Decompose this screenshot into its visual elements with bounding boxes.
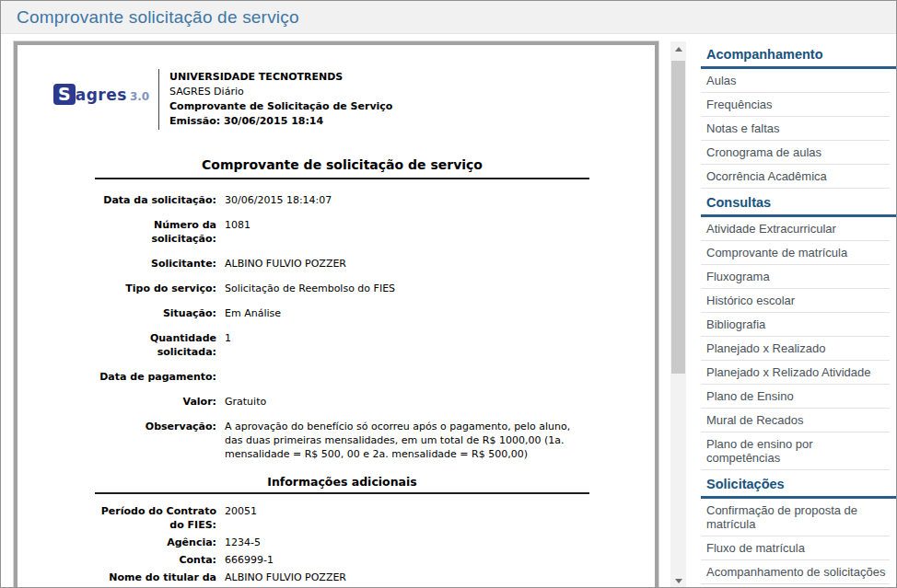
sidebar-item[interactable]: Acompanhamento de solicitações	[701, 560, 890, 584]
field-row: Agência:1234-5	[95, 534, 589, 551]
document-title: Comprovante de solicitação de serviço	[95, 157, 589, 172]
document-page: Sagres3.0 UNIVERSIDADE TECNOTRENDS SAGRE…	[14, 41, 658, 588]
field-label: Nome do titular da conta:	[95, 571, 216, 588]
scrollbar-thumb[interactable]	[671, 61, 685, 374]
field-label: Situação:	[95, 306, 216, 320]
app-window: Comprovante solicitação de serviço Sagre…	[0, 0, 897, 588]
document-content: Comprovante de solicitação de serviço Da…	[17, 157, 655, 588]
additional-fields: Período do Contrato do FIES:20051Agência…	[95, 502, 589, 588]
doc-type: Comprovante de Solicitação de Serviço	[169, 99, 392, 114]
field-value: ALBINO FULVIO POZZER	[225, 571, 589, 588]
field-row: Quantidade solicitada:1	[95, 326, 589, 364]
field-row: Tipo do serviço:Solicitação de Reembolso…	[95, 276, 589, 301]
field-row: Período do Contrato do FIES:20051	[95, 502, 589, 534]
sidebar-item[interactable]: Confirmação de proposta de matrícula	[701, 499, 890, 536]
header-divider	[158, 69, 159, 130]
field-row: Número da solicitação:1081	[95, 213, 589, 251]
field-label: Período do Contrato do FIES:	[95, 504, 216, 532]
arrow-down-icon	[675, 579, 682, 583]
additional-info-title: Informações adicionais	[95, 475, 589, 489]
field-row: Data de pagamento:	[95, 364, 589, 389]
org-block: UNIVERSIDADE TECNOTRENDS SAGRES Diário C…	[169, 69, 392, 129]
sagres-logo-initial: S	[53, 84, 76, 105]
scroll-down-button[interactable]	[670, 573, 686, 588]
field-value: ALBINO FULVIO POZZER	[225, 257, 589, 271]
field-value: Em Análise	[225, 306, 589, 320]
sidebar-item[interactable]: Frequências	[701, 93, 890, 117]
sidebar-item[interactable]: Demanda	[701, 584, 890, 588]
additional-info-rule	[95, 492, 589, 494]
org-name: UNIVERSIDADE TECNOTRENDS	[169, 70, 392, 85]
field-label: Data da solicitação:	[95, 193, 216, 207]
sidebar-item[interactable]: Plano de ensino por competências	[701, 432, 890, 470]
sidebar-section-title: Consultas	[701, 189, 897, 214]
field-row: Data da solicitação:30/06/2015 18:14:07	[95, 188, 589, 213]
field-row: Situação:Em Análise	[95, 301, 589, 326]
field-value: 1234-5	[225, 536, 589, 549]
sidebar-item[interactable]: Cronograma de aulas	[701, 141, 890, 165]
sidebar-item[interactable]: Mural de Recados	[701, 409, 890, 432]
field-value: 1	[225, 331, 589, 359]
field-label: Conta:	[95, 553, 216, 567]
field-label: Observação:	[95, 420, 216, 461]
field-value: A aprovação do benefício só ocorreu após…	[225, 420, 589, 461]
field-label: Data de pagamento:	[95, 370, 216, 384]
sidebar-item[interactable]: Fluxo de matrícula	[701, 536, 890, 560]
page-title: Comprovante solicitação de serviço	[17, 7, 299, 28]
field-row: Solicitante:ALBINO FULVIO POZZER	[95, 251, 589, 276]
field-value: 30/06/2015 18:14:07	[225, 193, 589, 207]
sidebar-item[interactable]: Planejado x Relizado Atividade	[701, 361, 890, 385]
sidebar-item[interactable]: Bibliografia	[701, 313, 890, 337]
document-header: Sagres3.0 UNIVERSIDADE TECNOTRENDS SAGRE…	[53, 69, 655, 130]
field-label: Número da solicitação:	[95, 218, 216, 246]
field-label: Quantidade solicitada:	[95, 331, 216, 359]
field-value: 1081	[225, 218, 589, 246]
field-row: Nome do titular da conta:ALBINO FULVIO P…	[95, 569, 589, 588]
sidebar-item[interactable]: Comprovante de matrícula	[701, 241, 890, 265]
sidebar-item[interactable]: Plano de Ensino	[701, 385, 890, 409]
field-label: Solicitante:	[95, 257, 216, 271]
sidebar-item[interactable]: Atividade Extracurricular	[701, 217, 890, 241]
sagres-logo: Sagres3.0	[53, 84, 153, 105]
sagres-logo-version: 3.0	[130, 90, 149, 103]
sidebar-menu: AcompanhamentoAulasFrequênciasNotas e fa…	[701, 41, 897, 588]
field-label: Valor:	[95, 395, 216, 409]
field-value: 20051	[225, 504, 589, 532]
field-row: Valor:Gratuito	[95, 389, 589, 414]
sidebar-item[interactable]: Notas e faltas	[701, 117, 890, 141]
field-value	[225, 370, 589, 384]
field-value: Gratuito	[225, 395, 589, 409]
emission-date: Emissão: 30/06/2015 18:14	[169, 114, 392, 129]
sidebar-item[interactable]: Fluxograma	[701, 265, 890, 289]
document-scrollbar[interactable]	[670, 41, 686, 588]
scroll-up-button[interactable]	[670, 41, 686, 57]
app-name: SAGRES Diário	[169, 85, 392, 99]
page-header-bar: Comprovante solicitação de serviço	[1, 1, 896, 34]
arrow-up-icon	[675, 47, 682, 52]
sidebar-item[interactable]: Planejado x Realizado	[701, 337, 890, 361]
main-fields: Data da solicitação:30/06/2015 18:14:07N…	[95, 188, 589, 467]
sidebar-item[interactable]: Histórico escolar	[701, 289, 890, 313]
field-row: Conta:666999-1	[95, 551, 589, 569]
sagres-logo-text: agres	[76, 86, 127, 104]
field-value: 666999-1	[225, 553, 589, 567]
sidebar-item[interactable]: Aulas	[701, 69, 890, 93]
sidebar-item[interactable]: Ocorrência Acadêmica	[701, 165, 890, 189]
field-row: Observação:A aprovação do benefício só o…	[95, 414, 589, 467]
field-label: Tipo do serviço:	[95, 282, 216, 295]
field-value: Solicitação de Reembolso do FIES	[225, 282, 589, 295]
sidebar-section-title: Acompanhamento	[701, 41, 897, 66]
sidebar-section-title: Solicitações	[701, 470, 897, 496]
title-rule	[95, 178, 589, 179]
field-label: Agência:	[95, 536, 216, 549]
